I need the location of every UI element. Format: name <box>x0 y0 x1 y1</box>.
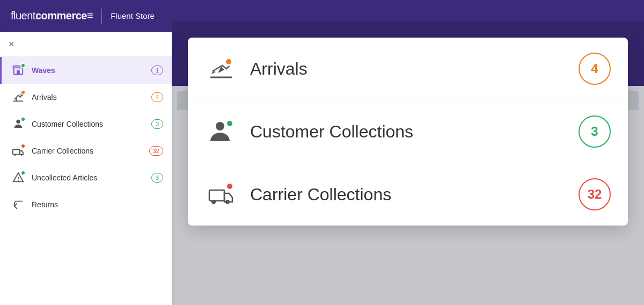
popup-person-icon <box>205 118 237 145</box>
sidebar-badge-customer-collections: 3 <box>151 119 163 129</box>
sidebar-item-uncollected-articles[interactable]: Uncollected Articles 3 <box>0 164 172 191</box>
close-icon: × <box>9 39 14 50</box>
person-icon <box>10 116 26 132</box>
logo: fluentcommerce≡ <box>11 10 93 22</box>
popup-badge-carrier-collections: 32 <box>579 178 611 210</box>
popup-label-customer-collections: Customer Collections <box>250 122 579 142</box>
popup-badge-arrivals: 4 <box>579 53 611 85</box>
sidebar-item-carrier-collections[interactable]: Carrier Collections 32 <box>0 137 172 164</box>
popup-menu: Arrivals 4 Customer Collections 3 <box>188 38 628 226</box>
popup-label-carrier-collections: Carrier Collections <box>250 185 579 205</box>
sidebar-label-waves: Waves <box>32 66 151 75</box>
sidebar-label-arrivals: Arrivals <box>32 93 151 101</box>
svg-point-9 <box>18 180 19 181</box>
svg-point-6 <box>14 154 16 156</box>
logo-text: fluent <box>11 10 35 21</box>
nav-dot-customer <box>20 117 26 122</box>
truck-icon <box>10 143 26 159</box>
sidebar-badge-uncollected-articles: 3 <box>151 173 163 183</box>
sidebar-label-customer-collections: Customer Collections <box>32 120 151 128</box>
logo-separator <box>101 9 102 24</box>
sidebar-badge-waves: 1 <box>151 66 163 75</box>
store-name: Fluent Store <box>111 11 155 20</box>
popup-label-arrivals: Arrivals <box>250 59 579 79</box>
svg-rect-12 <box>209 190 224 201</box>
popup-arrivals-icon <box>205 55 237 82</box>
svg-point-13 <box>211 200 216 204</box>
svg-point-14 <box>225 200 230 204</box>
sidebar-badge-arrivals: 4 <box>151 92 163 102</box>
sidebar-item-arrivals[interactable]: Arrivals 4 <box>0 84 172 111</box>
svg-point-11 <box>216 122 224 130</box>
popup-dot-customer <box>225 119 234 128</box>
returns-icon <box>10 197 26 213</box>
popup-dot-carrier <box>225 182 234 191</box>
logo-suffix: ≡ <box>87 10 93 21</box>
sidebar-label-carrier-collections: Carrier Collections <box>32 147 149 155</box>
svg-point-7 <box>21 154 23 156</box>
popup-badge-customer-collections: 3 <box>579 115 611 148</box>
logo-bold: commerce <box>35 10 87 21</box>
svg-rect-1 <box>17 70 20 74</box>
popup-truck-icon <box>205 181 237 208</box>
nav-dot-carrier <box>20 143 26 149</box>
svg-point-4 <box>16 120 20 124</box>
nav-dot-waves <box>20 63 26 68</box>
sidebar-label-returns: Returns <box>32 200 163 209</box>
store-icon <box>10 62 26 78</box>
arrivals-icon <box>10 89 26 105</box>
nav-dot-arrivals <box>20 90 26 95</box>
svg-rect-5 <box>13 149 20 154</box>
popup-item-arrivals[interactable]: Arrivals 4 <box>188 38 628 100</box>
sidebar-badge-carrier-collections: 32 <box>149 146 163 156</box>
sidebar-item-waves[interactable]: Waves 1 <box>0 57 172 84</box>
sidebar-item-returns[interactable]: Returns <box>0 191 172 218</box>
sidebar-item-customer-collections[interactable]: Customer Collections 3 <box>0 111 172 137</box>
popup-dot-arrivals <box>224 57 233 66</box>
popup-overlay[interactable]: Arrivals 4 Customer Collections 3 <box>172 21 644 305</box>
sidebar: × Waves 1 Arrivals 4 <box>0 32 172 305</box>
nav-dot-uncollected <box>20 170 26 176</box>
popup-item-customer-collections[interactable]: Customer Collections 3 <box>188 100 628 163</box>
warning-icon <box>10 170 26 186</box>
popup-item-carrier-collections[interactable]: Carrier Collections 32 <box>188 163 628 226</box>
sidebar-label-uncollected-articles: Uncollected Articles <box>32 173 151 182</box>
close-button[interactable]: × <box>0 32 172 57</box>
